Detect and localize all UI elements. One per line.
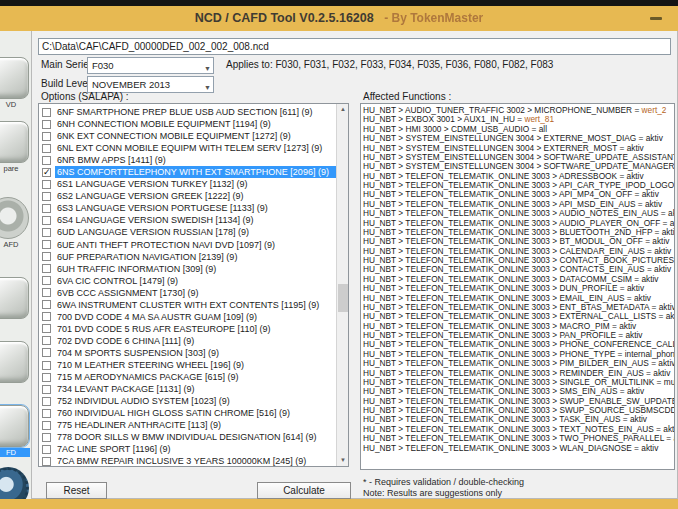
- function-value: aktiv: [663, 425, 674, 434]
- scroll-up-icon[interactable]: ▲: [337, 104, 349, 115]
- option-label: 6UH TRAFFIC INFORMATION [309] (9): [55, 263, 218, 275]
- option-row[interactable]: 6WA INSTRUMENT CLUSTER WITH EXT CONTENTS…: [39, 299, 348, 311]
- checkbox[interactable]: [42, 385, 51, 394]
- function-value: multilink: [664, 378, 674, 387]
- function-path: HU_NBT > TELEFON_TELEMATIK_ONLINE 3003 >…: [363, 228, 662, 237]
- checkbox[interactable]: [42, 264, 51, 273]
- option-row[interactable]: 6NR BMW APPS [1411] (9): [39, 154, 348, 166]
- option-row[interactable]: 6S3 LANGUAGE VERSION PORTUGESE [1133] (9…: [39, 202, 348, 214]
- checkbox[interactable]: [42, 228, 51, 237]
- option-row[interactable]: 6VA CIC CONTROL [1479] (9): [39, 275, 348, 287]
- option-row[interactable]: 6NL EXT CONN MOBILE EQUIPM WITH TELEM SE…: [39, 142, 348, 154]
- ncd-file-path-input[interactable]: C:\Data\CAF\CAFD_00000DED_002_002_008.nc…: [38, 38, 671, 55]
- option-row[interactable]: 6NK EXT CONNECTION MOBILE EQUIPMENT [127…: [39, 130, 348, 142]
- key-icon: [0, 57, 29, 99]
- option-row[interactable]: 6UF PREPARATION NAVIGATION [2139] (9): [39, 251, 348, 263]
- checkbox[interactable]: [42, 433, 51, 442]
- function-path: HU_NBT > TELEFON_TELEMATIK_ONLINE 3003 >…: [363, 181, 674, 190]
- option-row[interactable]: 6UE ANTI THEFT PROTECTION NAVI DVD [1097…: [39, 239, 348, 251]
- option-label: 700 DVD CODE 4 MA SA AUSTR GUAM [109] (9…: [55, 311, 259, 323]
- checkbox[interactable]: [42, 397, 51, 406]
- checkbox[interactable]: [42, 445, 51, 454]
- checkbox[interactable]: [42, 361, 51, 370]
- footnote-validation: * - Requires validation / double-checkin…: [363, 477, 524, 487]
- desktop-icon[interactable]: AFD: [0, 197, 31, 249]
- checkbox[interactable]: [42, 156, 51, 165]
- checkbox[interactable]: [42, 421, 51, 430]
- checkbox[interactable]: [42, 312, 51, 321]
- option-row[interactable]: 715 M AERODYNAMICS PACKAGE [615] (9): [39, 371, 348, 383]
- function-path: HU_NBT > SYSTEM_EINSTELLUNGEN 3004 > EXT…: [363, 144, 627, 153]
- affected-functions-list[interactable]: HU_NBT > AUDIO_TUNER_TRAFFIC 3002 > MICR…: [360, 103, 675, 470]
- key-icon: [0, 121, 29, 163]
- function-value: internal_phone: [625, 350, 674, 359]
- minimize-icon[interactable]: [650, 17, 662, 20]
- option-row[interactable]: 6S2 LANGUAGE VERSION GREEK [1222] (9): [39, 190, 348, 202]
- affected-function-row: HU_NBT > AUDIO_TUNER_TRAFFIC 3002 > MICR…: [363, 106, 674, 115]
- affected-function-row: HU_NBT > TELEFON_TELEMATIK_ONLINE 3003 >…: [363, 444, 674, 453]
- checkbox[interactable]: [42, 192, 51, 201]
- option-row[interactable]: 6UD LANGUAGE VERSION RUSSIAN [178] (9): [39, 226, 348, 238]
- checkbox[interactable]: [42, 252, 51, 261]
- option-row[interactable]: 734 LEVANT PACKAGE [1131] (9): [39, 383, 348, 395]
- scroll-down-icon[interactable]: ▼: [337, 455, 349, 466]
- checkbox[interactable]: [42, 348, 51, 357]
- option-label: 6NL EXT CONN MOBILE EQUIPM WITH TELEM SE…: [55, 142, 324, 154]
- scrollbar-thumb[interactable]: [338, 284, 348, 312]
- option-row[interactable]: 701 DVD CODE 5 RUS AFR EASTEUROPE [110] …: [39, 323, 348, 335]
- checkbox[interactable]: [42, 300, 51, 309]
- checkbox[interactable]: [42, 288, 51, 297]
- function-path: HU_NBT > TELEFON_TELEMATIK_ONLINE 3003 >…: [363, 219, 670, 228]
- function-path: HU_NBT > TELEFON_TELEMATIK_ONLINE 3003 >…: [363, 359, 658, 368]
- option-row[interactable]: 710 M LEATHER STEERING WHEEL [196] (9): [39, 359, 348, 371]
- options-scrollbar[interactable]: ▲ ▼: [336, 104, 348, 466]
- option-row[interactable]: 752 INDIVIDUL AUDIO SYSTEM [1023] (9): [39, 395, 348, 407]
- checkbox[interactable]: [42, 120, 51, 129]
- options-list[interactable]: 6NF SMARTPHONE PREP BLUE USB AUD SECTION…: [38, 103, 349, 467]
- checkbox[interactable]: [42, 204, 51, 213]
- checkbox[interactable]: [42, 409, 51, 418]
- option-row[interactable]: 704 M SPORTS SUSPENSION [303] (9): [39, 347, 348, 359]
- checkbox[interactable]: [42, 336, 51, 345]
- main-series-dropdown[interactable]: F030 ▼: [87, 57, 214, 74]
- checkbox[interactable]: ✓: [42, 168, 51, 177]
- option-row[interactable]: 6S1 LANGUAGE VERSION TURKEY [1132] (9): [39, 178, 348, 190]
- option-label: 778 DOOR SILLS W BMW INDIVIDUAL DESIGNAT…: [55, 431, 319, 443]
- checkbox[interactable]: [42, 457, 51, 466]
- checkbox[interactable]: [42, 216, 51, 225]
- affected-function-row: HU_NBT > TELEFON_TELEMATIK_ONLINE 3003 >…: [363, 425, 674, 434]
- function-path: HU_NBT > TELEFON_TELEMATIK_ONLINE 3003 >…: [363, 200, 645, 209]
- option-row[interactable]: 6VB CCC ASSIGNMENT [1730] (9): [39, 287, 348, 299]
- option-row[interactable]: 778 DOOR SILLS W BMW INDIVIDUAL DESIGNAT…: [39, 431, 348, 443]
- desktop-icon[interactable]: VD: [0, 57, 31, 109]
- desktop-icon[interactable]: [0, 277, 31, 320]
- desktop-icon[interactable]: pare: [0, 121, 31, 173]
- option-row[interactable]: 775 HEADLINER ANTHRACITE [113] (9): [39, 419, 348, 431]
- option-row[interactable]: 6NF SMARTPHONE PREP BLUE USB AUD SECTION…: [39, 106, 348, 118]
- option-label: 6S1 LANGUAGE VERSION TURKEY [1132] (9): [55, 178, 250, 190]
- option-row[interactable]: 6S4 LANGUAGE VERSION SWEDISH [1134] (9): [39, 214, 348, 226]
- calculate-button[interactable]: Calculate: [257, 482, 351, 499]
- option-row[interactable]: 702 DVD CODE 6 CHINA [111] (9): [39, 335, 348, 347]
- affected-function-row: HU_NBT > TELEFON_TELEMATIK_ONLINE 3003 >…: [363, 190, 674, 199]
- affected-function-row: HU_NBT > TELEFON_TELEMATIK_ONLINE 3003 >…: [363, 350, 674, 359]
- option-row[interactable]: 7AC LINE SPORT [1196] (9): [39, 443, 348, 455]
- option-row[interactable]: ✓ 6NS COMFORTTELEPHONY WITH EXT SMARTPHO…: [39, 166, 348, 178]
- option-row[interactable]: 7CA BMW REPAIR INCLUSIVE 3 YEARS 100000K…: [39, 455, 348, 467]
- checkbox[interactable]: [42, 144, 51, 153]
- option-row[interactable]: 6UH TRAFFIC INFORMATION [309] (9): [39, 263, 348, 275]
- checkbox[interactable]: [42, 132, 51, 141]
- checkbox[interactable]: [42, 373, 51, 382]
- option-row[interactable]: 760 INDIVIDUAL HIGH GLOSS SATIN CHROME […: [39, 407, 348, 419]
- option-row[interactable]: 700 DVD CODE 4 MA SA AUSTR GUAM [109] (9…: [39, 311, 348, 323]
- checkbox[interactable]: [42, 276, 51, 285]
- reset-button[interactable]: Reset: [46, 482, 107, 499]
- checkbox[interactable]: [42, 324, 51, 333]
- checkbox[interactable]: [42, 108, 51, 117]
- desktop-icon[interactable]: FD: [0, 405, 31, 457]
- option-row[interactable]: 6NH CONNECTION MOBILE EQUIPMENT [1194] (…: [39, 118, 348, 130]
- checkbox[interactable]: [42, 240, 51, 249]
- footnote-suggestions: Note: Results are suggestions only: [363, 488, 502, 498]
- checkbox[interactable]: [42, 180, 51, 189]
- desktop-icon[interactable]: [0, 341, 31, 384]
